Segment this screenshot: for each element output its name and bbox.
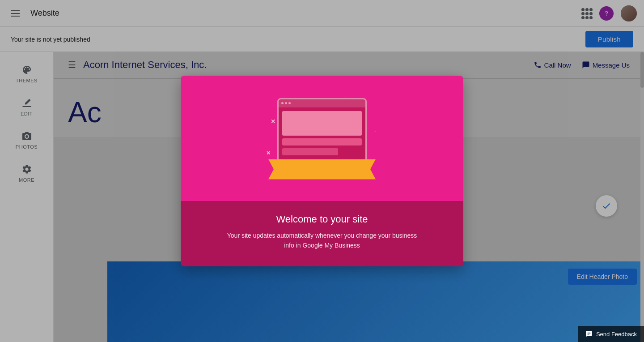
website-welcome-illustration: ✦ ✦ ✕ · ✕ · [264, 94, 380, 183]
browser-block-mid [282, 138, 362, 145]
modal-description: Your site updates automatically whenever… [199, 231, 445, 251]
browser-bar [279, 99, 365, 107]
send-feedback-label: Send Feedback [596, 331, 637, 338]
modal-content-area: Welcome to your site Your site updates a… [181, 201, 463, 267]
browser-content [279, 107, 365, 159]
feedback-icon [585, 330, 593, 338]
browser-block-top [282, 111, 362, 136]
modal-title: Welcome to your site [199, 214, 445, 225]
welcome-modal: ✦ ✦ ✕ · ✕ · [181, 76, 463, 267]
sparkle-icon-6: · [374, 129, 376, 134]
ribbon-banner [268, 159, 376, 180]
browser-block-bot [282, 148, 338, 155]
modal-illustration-area: ✦ ✦ ✕ · ✕ · [181, 76, 463, 201]
modal-overlay[interactable]: ✦ ✦ ✕ · ✕ · [0, 0, 644, 342]
browser-mockup [277, 98, 367, 167]
sparkle-icon-3: ✕ [271, 118, 275, 125]
send-feedback-button[interactable]: Send Feedback [578, 326, 644, 342]
sparkle-icon-5: ✕ [266, 150, 271, 156]
